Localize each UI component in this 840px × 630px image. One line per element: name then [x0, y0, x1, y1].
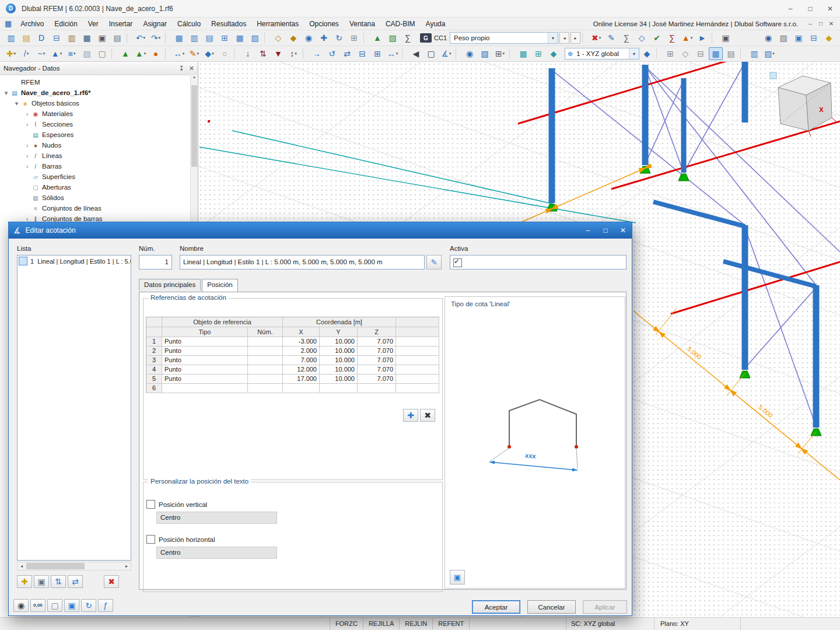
scrollbar-thumb[interactable]	[26, 563, 85, 569]
num-cell[interactable]	[248, 374, 283, 384]
dimension-list[interactable]: 1 Lineal | Longitud | Estilo 1 | L : 5.0…	[17, 255, 131, 561]
new-line-icon[interactable]: /▾	[19, 47, 33, 60]
row-number-cell[interactable]: 4	[146, 365, 162, 374]
guidelines-toggle-icon[interactable]: ▦	[709, 47, 723, 60]
navigation-cube[interactable]: X	[770, 72, 838, 136]
scroll-left-icon[interactable]: ◂	[18, 562, 26, 570]
extra-cell[interactable]	[396, 346, 439, 356]
background-color-icon[interactable]: ▢	[47, 599, 62, 612]
extra-cell[interactable]	[396, 356, 439, 365]
tree-expander-icon[interactable]: ›	[23, 152, 31, 159]
tab-posicion[interactable]: Posición	[202, 279, 237, 292]
guides-icon[interactable]: ⊞	[347, 32, 361, 44]
divide-icon[interactable]: ⊟	[355, 47, 369, 60]
export-icon[interactable]: ▤	[110, 32, 124, 44]
z-cell[interactable]	[358, 384, 396, 393]
titlebar[interactable]: D Dlubal RFEM | 6.02.0003 | Nave_de_acer…	[0, 0, 840, 18]
status-toggle-refent[interactable]: REFENT	[432, 618, 470, 630]
posicion-vertical-select[interactable]: Centro	[156, 512, 277, 524]
print-icon[interactable]: ▣	[95, 32, 109, 44]
status-toggle-rejilla[interactable]: REJILLA	[363, 618, 399, 630]
menu-insertar[interactable]: Insertar	[104, 18, 138, 30]
coordinate-system-combo[interactable]: ⊕ 1 - XYZ global ▾	[565, 48, 639, 60]
x-cell[interactable]	[283, 384, 320, 393]
num-input[interactable]: 1	[139, 255, 172, 270]
reference-table[interactable]: Objeto de referenciaCoordenada [m]TipoNú…	[146, 317, 439, 393]
tree-expander-icon[interactable]: ›	[23, 163, 31, 170]
view-select-icon[interactable]: ▣	[64, 599, 79, 612]
redo-icon[interactable]: ↷▾	[149, 32, 163, 44]
num-cell[interactable]	[248, 346, 283, 356]
open-model-icon[interactable]: ▤	[19, 32, 33, 44]
member-load-icon[interactable]: ⇅	[256, 47, 270, 60]
table-view-icon[interactable]: ▦	[233, 32, 247, 44]
rotate-copy-icon[interactable]: ↺	[325, 47, 339, 60]
y-cell[interactable]: 10.000	[320, 337, 358, 346]
list-hscrollbar[interactable]: ◂ ▸	[17, 562, 131, 570]
decimal-places-icon[interactable]: 0,00	[30, 599, 46, 612]
num-cell[interactable]	[248, 337, 283, 346]
dialog-titlebar[interactable]: ∡ Editar acotación – □ ✕	[9, 222, 632, 239]
y-cell[interactable]: 10.000	[320, 365, 358, 374]
plane-xy-icon[interactable]: ◆	[640, 47, 654, 60]
tipo-cell[interactable]: Punto	[162, 365, 248, 374]
x-cell[interactable]: 2.000	[283, 346, 320, 356]
delete-load-icon[interactable]: ✖▾	[589, 32, 603, 44]
hinge-icon[interactable]: ●	[149, 47, 163, 60]
x-cell[interactable]: 7.000	[283, 356, 320, 365]
pick-reference-icon[interactable]: ✚	[403, 409, 418, 422]
minimize-button[interactable]: –	[780, 0, 800, 18]
results-icon[interactable]: ▲▾	[680, 32, 694, 44]
menu-herramientas[interactable]: Herramientas	[251, 18, 304, 30]
row-number-cell[interactable]: 1	[146, 337, 162, 346]
plane-grid-icon[interactable]: ⊞	[531, 47, 545, 60]
row-number-cell[interactable]: 3	[146, 356, 162, 365]
tree-expander-icon[interactable]: ›	[23, 142, 31, 149]
mesh-icon[interactable]: ▧	[386, 32, 400, 44]
z-cell[interactable]: 7.070	[358, 374, 396, 384]
posicion-horizontal-select[interactable]: Centro	[156, 547, 277, 559]
z-cell[interactable]: 7.070	[358, 356, 396, 365]
delete-dimension-icon[interactable]: ✖	[104, 575, 119, 588]
rotate-icon[interactable]: ↻	[332, 32, 346, 44]
grid-toggle-icon[interactable]: ⊞	[663, 47, 677, 60]
select-window-icon[interactable]: ▢	[424, 47, 438, 60]
y-cell[interactable]: 10.000	[320, 374, 358, 384]
y-cell[interactable]	[320, 384, 358, 393]
animate-icon[interactable]: ►	[695, 32, 709, 44]
model-window-icon[interactable]: ▦	[5, 19, 12, 28]
next-load-case-button[interactable]: ▸	[570, 32, 580, 44]
measure-icon[interactable]: ∡▾	[439, 47, 453, 60]
work-plane-status[interactable]: Plano: XY	[656, 618, 741, 630]
table-sc-icon[interactable]: ▨	[248, 32, 262, 44]
render-toggle-icon[interactable]: ▣	[792, 32, 806, 44]
pin-icon[interactable]: ↧	[179, 65, 184, 72]
panel-toggle-icon[interactable]: ⊟	[807, 32, 821, 44]
new-solid-icon[interactable]: ▧	[80, 47, 94, 60]
num-cell[interactable]	[248, 356, 283, 365]
tipo-cell[interactable]: Punto	[162, 356, 248, 365]
undo-icon[interactable]: ↶▾	[134, 32, 148, 44]
scroll-up-icon[interactable]: ▴	[191, 75, 198, 82]
menu-ayuda[interactable]: Ayuda	[421, 18, 451, 30]
mdi-restore-icon[interactable]: □	[816, 20, 826, 27]
new-member-icon[interactable]: ▲▾	[50, 47, 64, 60]
posicion-horizontal-checkbox[interactable]	[146, 535, 155, 544]
tab-datos-principales[interactable]: Datos principales	[139, 279, 201, 290]
chevron-down-icon[interactable]: ▾	[629, 48, 639, 59]
menu-asignar[interactable]: Asignar	[138, 18, 172, 30]
menu-ver[interactable]: Ver	[83, 18, 104, 30]
search-icon[interactable]: ◉	[761, 32, 775, 44]
y-cell[interactable]: 10.000	[320, 356, 358, 365]
tree-item-objetos-b-sicos[interactable]: ▾■Objetos básicos	[0, 98, 191, 108]
layers-icon[interactable]: ▥	[747, 47, 761, 60]
activa-checkbox[interactable]: ✓	[453, 258, 462, 267]
chevron-down-icon[interactable]: ▾	[548, 33, 558, 43]
snap-flash-icon[interactable]: ◆	[822, 32, 836, 44]
load-case-combo[interactable]: Peso propio ▾	[450, 32, 558, 44]
scrollbar-thumb[interactable]	[191, 85, 197, 167]
numbering-icon[interactable]: ⊞▾	[493, 47, 507, 60]
prev-load-case-button[interactable]: ◂	[559, 32, 569, 44]
tree-item-superficies[interactable]: ▱Superficies	[0, 172, 191, 182]
select-all-icon[interactable]: ◆	[286, 32, 300, 44]
